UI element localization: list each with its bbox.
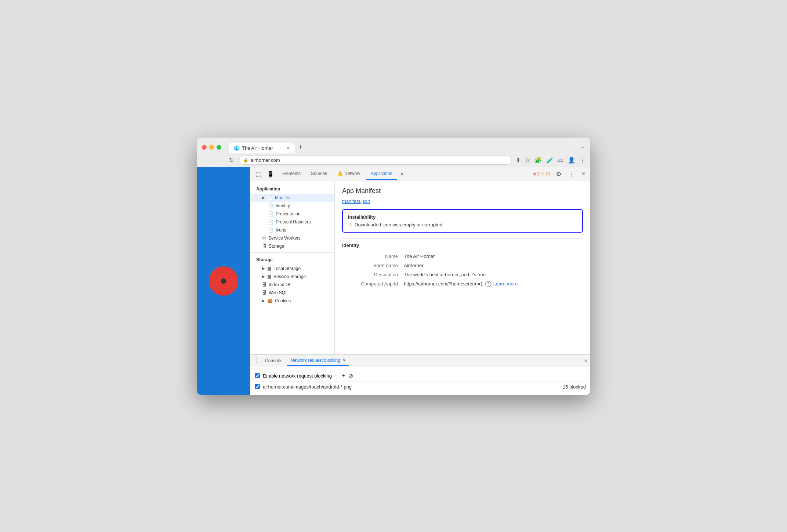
manifest-json-link[interactable]: manifest.json: [342, 198, 583, 204]
sidebar-item-service-workers[interactable]: ⚙ Service Workers: [250, 234, 334, 242]
help-icon[interactable]: ?: [485, 281, 491, 287]
bottom-tab-console[interactable]: Console: [261, 356, 285, 365]
address-bar[interactable]: 🔒 airhorner.com: [239, 156, 512, 165]
session-storage-grid-icon: ▦: [267, 274, 271, 279]
bottom-tab-network-blocking[interactable]: Network request blocking ×: [287, 356, 349, 366]
cookies-arrow-icon: ▶: [262, 299, 265, 303]
back-button[interactable]: ←: [200, 156, 211, 164]
name-label: Name: [342, 252, 401, 261]
computed-app-id-value: https://airhorner.com/?homescreen=1 ? Le…: [401, 279, 583, 289]
share-button[interactable]: ⬆: [515, 156, 522, 165]
enable-blocking-checkbox[interactable]: [255, 373, 260, 378]
block-pattern-row: airhorner.com/images/touch/android-*.png…: [255, 382, 586, 392]
traffic-lights: [202, 145, 221, 150]
sidebar-cookies-label: Cookies: [275, 298, 291, 303]
forward-button[interactable]: →: [214, 156, 224, 164]
error-badge: ⊗ 2 ⚠ 81: [533, 171, 551, 176]
browser-tab[interactable]: 🌐 The Air Horner ×: [229, 143, 295, 153]
block-pattern-checkbox[interactable]: [255, 384, 260, 389]
block-pattern-text: airhorner.com/images/touch/android-*.png: [263, 384, 352, 390]
installability-error-text: Downloaded icon was empty or corrupted: [355, 222, 442, 227]
bottom-panel-close-button[interactable]: ×: [584, 358, 587, 364]
close-traffic-light[interactable]: [202, 145, 207, 150]
bottom-tab-close-icon[interactable]: ×: [343, 358, 345, 363]
installability-error: ⚠ Downloaded icon was empty or corrupted: [348, 222, 577, 227]
air-horn-center: [221, 278, 226, 284]
computed-app-id-url: https://airhorner.com/?homescreen=1: [404, 281, 483, 287]
menu-button[interactable]: ⋮: [579, 156, 587, 165]
icons-file-icon: 📄: [268, 227, 273, 233]
new-tab-button[interactable]: +: [295, 141, 306, 153]
short-name-label: Short name: [342, 261, 401, 270]
sidebar-item-indexeddb[interactable]: 🗄 IndexedDB: [250, 281, 334, 289]
presentation-file-icon: 📄: [268, 211, 273, 216]
sidebar-item-identity[interactable]: 📄 Identity: [250, 202, 334, 210]
sidebar-item-web-sql[interactable]: 🗄 Web SQL: [250, 289, 334, 297]
computed-app-id-label: Computed App Id: [342, 279, 401, 289]
bookmark-button[interactable]: ☆: [524, 156, 531, 165]
profile-button[interactable]: 👤: [567, 156, 576, 165]
sidebar-item-protocol-handlers[interactable]: 📄 Protocol Handlers: [250, 218, 334, 226]
sidebar-item-cookies[interactable]: ▶ 🍪 Cookies: [250, 297, 334, 305]
maximize-traffic-light[interactable]: [217, 145, 221, 150]
tab-elements[interactable]: Elements: [278, 168, 305, 180]
identity-computed-app-id-row: Computed App Id https://airhorner.com/?h…: [342, 279, 583, 289]
identity-title: Identity: [342, 243, 583, 248]
local-storage-grid-icon: ▦: [267, 266, 271, 271]
sidebar-item-local-storage[interactable]: ▶ ▦ Local Storage: [250, 265, 334, 273]
warning-count: 81: [546, 171, 551, 176]
bottom-panel-dots-icon[interactable]: ⋮: [253, 357, 259, 364]
sidebar-service-workers-label: Service Workers: [268, 236, 301, 241]
learn-more-link[interactable]: Learn more: [493, 281, 518, 287]
address-bar-row: ← → ↻ 🔒 airhorner.com ⬆ ☆ 🧩 🧪 ▭ 👤 ⋮: [197, 153, 590, 167]
bottom-panel-toolbar: ⋮ Console Network request blocking × ×: [250, 355, 590, 367]
indexeddb-icon: 🗄: [262, 282, 266, 287]
sidebar-item-icons[interactable]: 📄 Icons: [250, 226, 334, 234]
block-icon-button[interactable]: ⊘: [348, 372, 353, 379]
devtools-settings-button[interactable]: ⚙: [554, 170, 563, 178]
description-label: Description: [342, 270, 401, 279]
sidebar-item-storage[interactable]: 🗄 Storage: [250, 242, 334, 250]
tab-application[interactable]: Application: [366, 168, 397, 180]
device-toolbar-button[interactable]: 📱: [265, 170, 276, 178]
air-horn-logo: [209, 266, 238, 296]
labs-button[interactable]: 🧪: [545, 156, 555, 165]
chevron-down-icon[interactable]: ⌄: [581, 143, 585, 149]
sidebar-button[interactable]: ▭: [557, 156, 565, 165]
tab-network[interactable]: ⚠️ Network: [333, 168, 365, 180]
extensions-button[interactable]: 🧩: [533, 156, 543, 165]
sidebar-local-storage-label: Local Storage: [273, 266, 301, 271]
more-tabs-button[interactable]: »: [398, 170, 406, 178]
devtools-close-button[interactable]: ×: [580, 170, 587, 178]
session-storage-arrow-icon: ▶: [262, 274, 265, 278]
identity-name-row: Name The Air Horner: [342, 252, 583, 261]
identity-table: Name The Air Horner Short name Airhorner…: [342, 252, 583, 289]
sidebar-icons-label: Icons: [276, 227, 286, 233]
refresh-button[interactable]: ↻: [227, 156, 236, 165]
identity-description-row: Description The world's best airhorner, …: [342, 270, 583, 279]
network-blocking-enable-row: Enable network request blocking | + ⊘: [255, 370, 586, 382]
title-bar: 🌐 The Air Horner × + ⌄: [197, 138, 590, 153]
add-pattern-button[interactable]: +: [342, 372, 345, 379]
tab-favicon: 🌐: [234, 146, 239, 151]
devtools-panel: ⬚ 📱 Elements Sources ⚠️ Network Applicat…: [250, 167, 590, 395]
web-sql-icon: 🗄: [262, 290, 266, 295]
minimize-traffic-light[interactable]: [209, 145, 214, 150]
sidebar-storage-label: Storage: [269, 244, 284, 249]
sidebar-app-section: Application: [250, 184, 334, 194]
tab-sources[interactable]: Sources: [307, 168, 331, 180]
browser-actions: ⬆ ☆ 🧩 🧪 ▭ 👤 ⋮: [515, 156, 587, 165]
window-controls: ⌄: [581, 143, 585, 151]
inspect-element-button[interactable]: ⬚: [253, 170, 263, 178]
name-value: The Air Horner: [401, 252, 583, 261]
installability-warning-icon: ⚠: [348, 222, 352, 227]
description-value: The world's best airhorner, and it's fre…: [401, 270, 583, 279]
error-icon: ⊗: [533, 171, 536, 176]
devtools-body: Application ▶ 📄 Manifest 📄 Identity: [250, 181, 590, 354]
short-name-value: Airhorner: [401, 261, 583, 270]
sidebar-item-manifest[interactable]: ▶ 📄 Manifest: [250, 194, 334, 202]
sidebar-item-session-storage[interactable]: ▶ ▦ Session Storage: [250, 273, 334, 281]
tab-close-button[interactable]: ×: [287, 145, 290, 151]
sidebar-item-presentation[interactable]: 📄 Presentation: [250, 210, 334, 218]
devtools-more-button[interactable]: ⋮: [566, 170, 577, 178]
